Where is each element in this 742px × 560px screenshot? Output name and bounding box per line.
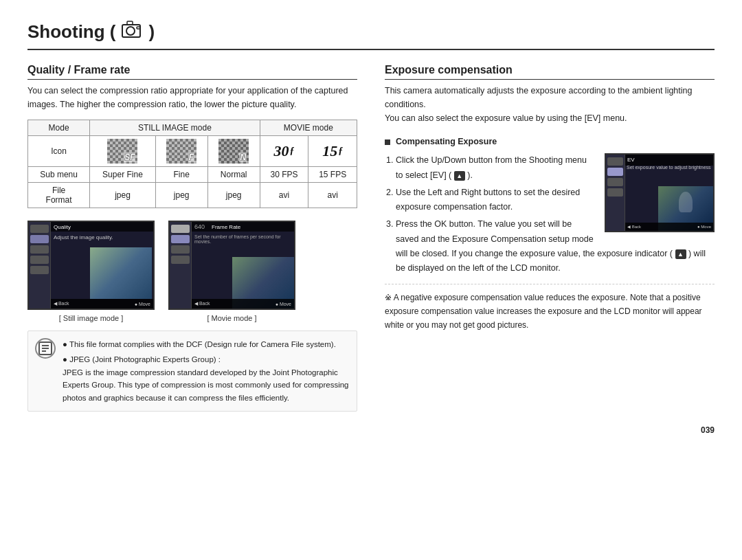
- still-menu-bar: Quality: [51, 222, 153, 232]
- format-label: FileFormat: [28, 183, 90, 208]
- ev-sb-3: [607, 178, 623, 186]
- format-15fps: avi: [308, 183, 357, 208]
- exposure-section-title: Exposure compensation: [385, 64, 715, 80]
- screen-mockups: Quality Adjust the image quality. ◀ Back…: [27, 221, 357, 322]
- title-close-paren: ): [149, 21, 155, 43]
- movie-nav: ◀ Back ● Move: [192, 299, 294, 309]
- format-fine: jpeg: [155, 183, 207, 208]
- movie-sidebar: [170, 222, 192, 309]
- sidebar-item-4: [30, 256, 49, 264]
- icon-label: Icon: [28, 136, 90, 167]
- movie-screen-box: 640 Frame Rate Set the number of frames …: [168, 221, 295, 310]
- submenu-fine: Fine: [155, 167, 207, 183]
- ev-sb-4: [607, 188, 623, 197]
- still-sidebar: [29, 222, 51, 309]
- ev-sb-1: [607, 157, 623, 166]
- still-back: ◀ Back: [54, 301, 69, 306]
- movie-back: ◀ Back: [194, 301, 210, 306]
- ev-desc: Set exposure value to adjust brightness: [627, 164, 712, 171]
- page-title: Shooting ( ): [27, 21, 715, 43]
- note-bullet-2: ● JPEG (Joint Photographic Experts Group…: [63, 353, 350, 404]
- sidebar-item-2: [30, 235, 49, 243]
- table-icon-row: Icon SF F: [28, 136, 357, 167]
- still-caption: [ Still image mode ]: [59, 314, 124, 322]
- still-photo: [90, 247, 152, 299]
- ev-sidebar: [606, 155, 625, 231]
- note-content: ● This file format complies with the DCF…: [63, 338, 350, 404]
- quality-section-title: Quality / Frame rate: [27, 64, 357, 80]
- movie-caption: [ Movie mode ]: [207, 314, 256, 322]
- format-30fps: avi: [260, 183, 308, 208]
- exposure-note: ※ A negative exposure compensation value…: [385, 284, 715, 332]
- icon-fine: F: [155, 136, 207, 167]
- still-menu-label: Adjust the image quality.: [54, 234, 113, 240]
- movie-screen-main: 640 Frame Rate Set the number of frames …: [192, 222, 294, 309]
- col-movie: MOVIE mode: [260, 120, 357, 136]
- note-icon: [35, 338, 56, 359]
- compensating-section: Compensating Exposure EV Set exposure va…: [385, 135, 715, 276]
- table-submenu-row: Sub menu Super Fine Fine Normal 30 FPS 1…: [28, 167, 357, 183]
- page-number: 039: [27, 425, 715, 435]
- asterisk-text: ※ A negative exposure compensation value…: [385, 293, 702, 330]
- col-mode: Mode: [28, 120, 90, 136]
- note-bullet-1: ● This file format complies with the DCF…: [63, 338, 350, 350]
- submenu-label: Sub menu: [28, 167, 90, 183]
- exposure-desc-1: This camera automatically adjusts the ex…: [385, 86, 692, 109]
- movie-mockup: 640 Frame Rate Set the number of frames …: [168, 221, 295, 322]
- submenu-30fps: 30 FPS: [260, 167, 308, 183]
- table-header-row: Mode STILL IMAGE mode MOVIE mode: [28, 120, 357, 136]
- compensating-title: Compensating Exposure: [385, 135, 715, 149]
- movie-move: ● Move: [276, 302, 291, 306]
- bullet-square-icon: [385, 139, 390, 145]
- still-screen-main: Quality Adjust the image quality. ◀ Back…: [51, 222, 153, 309]
- title-text: Shooting (: [27, 21, 116, 43]
- quality-table: Mode STILL IMAGE mode MOVIE mode Icon SF: [27, 120, 357, 208]
- right-column: Exposure compensation This camera automa…: [385, 64, 715, 412]
- ev-nav: ◀ Back ● Move: [625, 223, 713, 231]
- sidebar-item-5: [30, 266, 49, 274]
- icon-normal: N: [207, 136, 260, 167]
- movie-sidebar-2: [171, 235, 190, 243]
- sidebar-item-3: [30, 245, 49, 254]
- movie-sidebar-3: [171, 245, 190, 254]
- exposure-description: This camera automatically adjusts the ex…: [385, 84, 715, 125]
- still-screen-box: Quality Adjust the image quality. ◀ Back…: [27, 221, 155, 310]
- camera-icon: [122, 21, 144, 43]
- submenu-sf: Super Fine: [90, 167, 156, 183]
- ev-screen: EV Set exposure value to adjust brightne…: [605, 153, 715, 232]
- icon-15fps: 15 ƒ: [308, 136, 357, 167]
- col-still-image: STILL IMAGE mode: [90, 120, 260, 136]
- ev-sb-2: [607, 168, 623, 176]
- format-sf: jpeg: [90, 183, 156, 208]
- icon-30fps: 30 ƒ: [260, 136, 308, 167]
- still-menu-title: Quality: [54, 224, 71, 230]
- exposure-desc-2: You can also select the exposure value b…: [385, 113, 627, 123]
- still-nav: ◀ Back ● Move: [51, 299, 153, 309]
- still-image-mockup: Quality Adjust the image quality. ◀ Back…: [27, 221, 155, 322]
- svg-rect-3: [137, 27, 140, 29]
- movie-sidebar-4: [171, 256, 190, 264]
- format-normal: jpeg: [207, 183, 260, 208]
- movie-sidebar-1: [171, 225, 190, 233]
- ev-main: EV Set exposure value to adjust brightne…: [625, 155, 713, 231]
- note-box: ● This file format complies with the DCF…: [27, 331, 357, 412]
- icon-sf: SF: [90, 136, 156, 167]
- submenu-normal: Normal: [207, 167, 260, 183]
- table-format-row: FileFormat jpeg jpeg jpeg avi avi: [28, 183, 357, 208]
- left-column: Quality / Frame rate You can select the …: [27, 64, 357, 412]
- submenu-15fps: 15 FPS: [308, 167, 357, 183]
- still-move: ● Move: [135, 302, 150, 306]
- svg-point-1: [126, 27, 135, 35]
- quality-description: You can select the compression ratio app…: [27, 84, 357, 111]
- sidebar-item-1: [30, 225, 49, 233]
- title-divider: [27, 49, 715, 50]
- svg-rect-2: [127, 21, 133, 25]
